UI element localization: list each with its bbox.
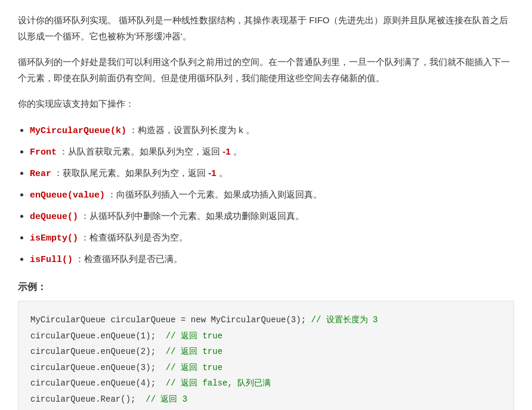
code-text: circularQueue.enQueue(3); — [30, 363, 166, 372]
code-line: MyCircularQueue circularQueue = new MyCi… — [30, 312, 502, 328]
method-desc: ：构造器，设置队列长度为 k 。 — [129, 125, 255, 135]
list-item: Rear ：获取队尾元素。如果队列为空，返回 -1 。 — [30, 164, 514, 183]
code-text: MyCircularQueue circularQueue = new MyCi… — [30, 315, 306, 325]
method-name: Rear — [30, 169, 51, 179]
code-line: circularQueue.enQueue(2); // 返回 true — [30, 344, 502, 360]
method-desc: ：从循环队列中删除一个元素。如果成功删除则返回真。 — [81, 211, 304, 221]
method-name: isEmpty() — [30, 233, 78, 243]
list-item: enQueue(value) ：向循环队列插入一个元素。如果成功插入则返回真。 — [30, 186, 514, 205]
content-area: 设计你的循环队列实现。 循环队列是一种线性数据结构，其操作表现基于 FIFO（先… — [18, 12, 514, 410]
list-item: isFull() ：检查循环队列是否已满。 — [30, 250, 514, 269]
code-comment: // 返回 true — [166, 347, 222, 356]
code-line: circularQueue.enQueue(3); // 返回 true — [30, 360, 502, 376]
code-comment: // 返回 3 — [146, 394, 187, 404]
code-line: circularQueue.enQueue(1); // 返回 true — [30, 328, 502, 344]
code-comment: // 返回 false, 队列已满 — [166, 378, 271, 388]
code-text: circularQueue.enQueue(2); — [30, 347, 166, 356]
method-desc: ：从队首获取元素。如果队列为空，返回 -1 。 — [59, 146, 242, 156]
code-text: circularQueue.Rear(); — [30, 394, 146, 404]
method-name: deQueue() — [30, 212, 78, 222]
method-desc: ：向循环队列插入一个元素。如果成功插入则返回真。 — [107, 189, 322, 199]
method-name: isFull() — [30, 255, 73, 265]
example-title: 示例： — [18, 281, 514, 294]
code-text: circularQueue.enQueue(4); — [30, 378, 166, 388]
method-desc: ：检查循环队列是否为空。 — [81, 232, 188, 242]
code-comment: // 返回 true — [166, 331, 222, 341]
intro-paragraph-3: 你的实现应该支持如下操作： — [18, 95, 514, 112]
code-text: circularQueue.enQueue(1); — [30, 331, 166, 341]
code-block: MyCircularQueue circularQueue = new MyCi… — [18, 301, 514, 410]
list-item: deQueue() ：从循环队列中删除一个元素。如果成功删除则返回真。 — [30, 207, 514, 226]
list-item: isEmpty() ：检查循环队列是否为空。 — [30, 229, 514, 248]
method-name: MyCircularQueue(k) — [30, 126, 126, 136]
list-item: MyCircularQueue(k) ：构造器，设置队列长度为 k 。 — [30, 121, 514, 140]
code-comment: // 设置长度为 3 — [306, 315, 378, 325]
list-item: Front ：从队首获取元素。如果队列为空，返回 -1 。 — [30, 143, 514, 162]
code-comment: // 返回 true — [166, 363, 222, 372]
code-line: circularQueue.isFull(); // 返回 true — [30, 408, 502, 410]
methods-list: MyCircularQueue(k) ：构造器，设置队列长度为 k 。 Fron… — [30, 121, 514, 269]
code-line: circularQueue.Rear(); // 返回 3 — [30, 391, 502, 408]
intro-paragraph-2: 循环队列的一个好处是我们可以利用这个队列之前用过的空间。在一个普通队列里，一旦一… — [18, 54, 514, 86]
method-name: enQueue(value) — [30, 190, 105, 201]
method-desc: ：获取队尾元素。如果队列为空，返回 -1 。 — [54, 168, 228, 178]
method-name: Front — [30, 147, 57, 158]
code-line: circularQueue.enQueue(4); // 返回 false, 队… — [30, 375, 502, 391]
method-desc: ：检查循环队列是否已满。 — [75, 254, 183, 264]
intro-paragraph-1: 设计你的循环队列实现。 循环队列是一种线性数据结构，其操作表现基于 FIFO（先… — [18, 12, 514, 44]
